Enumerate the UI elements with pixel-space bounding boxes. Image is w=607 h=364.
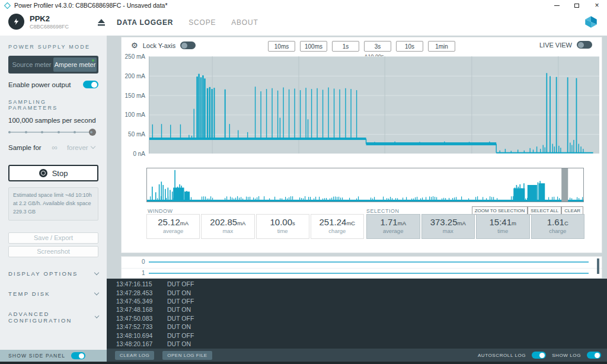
chart-settings-gear-icon[interactable]: ⚙: [131, 41, 138, 50]
minimize-button[interactable]: [547, 0, 567, 11]
nordic-logo-icon: [583, 14, 599, 30]
show-log-label: SHOW LOG: [552, 353, 581, 358]
screenshot-button[interactable]: Screenshot: [8, 246, 98, 257]
section-label: ADVANCED CONFIGURATION: [8, 311, 95, 324]
stat-value: 202.85mA: [202, 217, 254, 227]
log-toolbar: CLEAR LOG OPEN LOG FILE AUTOSCROLL LOG S…: [107, 349, 607, 362]
selection-stat-max: 373.25mAmax: [421, 214, 475, 239]
show-side-panel-toggle[interactable]: [71, 352, 85, 359]
stat-unit: mA: [180, 220, 189, 226]
slider-step-dot: [90, 131, 92, 133]
selection-stat-average: 1.71mAaverage: [366, 214, 420, 239]
open-log-file-button[interactable]: OPEN LOG FILE: [162, 351, 212, 360]
stat-unit: C: [564, 220, 568, 226]
window-stat-charge: 251.24mCcharge: [311, 214, 364, 239]
sample-rate-slider[interactable]: [8, 129, 96, 136]
log-message: DUT ON: [167, 289, 191, 296]
stat-label: charge: [532, 228, 584, 234]
show-side-panel-label: SHOW SIDE PANEL: [8, 353, 65, 359]
chevron-down-icon: [94, 290, 99, 295]
sample-for-unit-dropdown[interactable]: forever: [67, 144, 95, 151]
tab-about[interactable]: ABOUT: [231, 18, 258, 27]
range-button-3s[interactable]: 3s: [364, 41, 391, 52]
log-entry: 13:47:28.453DUT ON: [107, 288, 607, 296]
log-timestamp: 13:47:28.453: [116, 289, 158, 296]
mode-option-source-meter[interactable]: Source meter: [10, 58, 53, 72]
stat-unit: s: [292, 220, 295, 226]
enable-power-output-toggle[interactable]: [83, 81, 98, 88]
y-tick: 250 mA: [122, 53, 145, 60]
selection-actions: ZOOM TO SELECTIONSELECT ALLCLEAR: [472, 206, 583, 215]
clear-log-button[interactable]: CLEAR LOG: [115, 351, 154, 360]
select-all-button[interactable]: SELECT ALL: [528, 206, 561, 215]
section-label: TEMP DISK: [8, 290, 50, 297]
minimap-chart[interactable]: [146, 168, 584, 202]
slider-step-dot: [8, 131, 11, 133]
range-button-10ms[interactable]: 10ms: [268, 41, 295, 52]
section-display-options[interactable]: DISPLAY OPTIONS: [8, 270, 98, 277]
log-timestamp: 13:48:20.167: [116, 340, 158, 347]
digital-channel-trace: [149, 261, 589, 263]
clear-button[interactable]: CLEAR: [561, 206, 583, 215]
digital-channels-panel: 01: [121, 256, 602, 279]
autoscroll-log-toggle[interactable]: [532, 352, 546, 359]
stat-label: time: [257, 228, 309, 234]
digital-channel-row-0[interactable]: 0: [122, 257, 602, 268]
device-selector[interactable]: PPK2 C8BC688698FC: [8, 14, 69, 30]
range-button-100ms[interactable]: 100ms: [300, 41, 327, 52]
stat-unit: mA: [398, 220, 406, 226]
section-advanced-configuration[interactable]: ADVANCED CONFIGURATION: [8, 311, 98, 324]
slider-step-dot: [57, 131, 60, 133]
lock-y-axis-toggle[interactable]: [180, 41, 196, 49]
sample-for-value[interactable]: ∞: [52, 143, 57, 152]
digital-channel-trace: [149, 273, 589, 274]
range-button-1s[interactable]: 1s: [332, 41, 359, 52]
eject-device-icon[interactable]: [97, 18, 106, 27]
stat-label: charge: [311, 228, 363, 234]
digital-channel-label: 0: [142, 258, 145, 265]
main-chart[interactable]: [149, 56, 599, 154]
log-timestamp: 13:47:52.733: [116, 323, 158, 330]
stat-label: time: [477, 228, 529, 234]
log-message: DUT ON: [167, 323, 191, 330]
log-entry: 13:47:16.115DUT OFF: [107, 280, 607, 288]
live-view-toggle[interactable]: [577, 41, 592, 49]
show-log-toggle[interactable]: [587, 352, 601, 359]
y-tick: 200 mA: [122, 73, 145, 79]
tab-data-logger[interactable]: DATA LOGGER: [117, 18, 173, 27]
log-message: DUT OFF: [167, 280, 194, 288]
maximize-button[interactable]: [567, 0, 587, 11]
log-timestamp: 13:47:48.168: [116, 306, 158, 313]
autoscroll-log-label: AUTOSCROLL LOG: [478, 353, 526, 358]
close-button[interactable]: ×: [587, 0, 607, 11]
stat-value: 10.00s: [257, 217, 309, 227]
digital-channel-row-1[interactable]: 1: [122, 268, 602, 279]
zoom-to-selection-button[interactable]: ZOOM TO SELECTION: [472, 206, 528, 215]
range-button-1min[interactable]: 1min: [428, 41, 455, 52]
stat-value: 15:41m: [477, 217, 529, 227]
stat-label: average: [367, 228, 420, 234]
side-panel: POWER SUPPLY MODE Source meterAmpere met…: [0, 36, 107, 350]
stat-label: max: [202, 228, 254, 234]
tab-scope[interactable]: SCOPE: [189, 18, 216, 27]
y-tick: 50 mA: [122, 131, 145, 138]
stat-unit: mC: [346, 220, 355, 226]
chevron-down-icon: [90, 144, 95, 149]
stat-value: 25.12mA: [147, 217, 199, 227]
log-message: DUT OFF: [167, 332, 194, 339]
window-stats-group: 25.12mAaverage202.85mAmax10.00stime251.2…: [146, 214, 364, 239]
save-export-button[interactable]: Save / Export: [8, 232, 98, 244]
section-temp-disk[interactable]: TEMP DISK: [8, 290, 98, 297]
sampling-parameters-heading: SAMPLING PARAMETERS: [8, 99, 98, 111]
bottom-edge: [0, 362, 607, 364]
range-button-10s[interactable]: 10s: [396, 41, 423, 52]
minimap-selection-band: [561, 168, 568, 202]
device-name: PPK2: [30, 14, 69, 23]
stop-button[interactable]: Stop: [8, 165, 98, 181]
mode-option-ampere-meter[interactable]: Ampere meter: [53, 58, 97, 72]
y-tick: 0 nA: [122, 151, 145, 157]
sample-for-label: Sample for: [8, 144, 41, 151]
log-message: DUT OFF: [167, 298, 194, 305]
log-entry: 13:47:45.349DUT OFF: [107, 297, 607, 305]
selection-stat-charge: 1.61Ccharge: [531, 214, 585, 239]
